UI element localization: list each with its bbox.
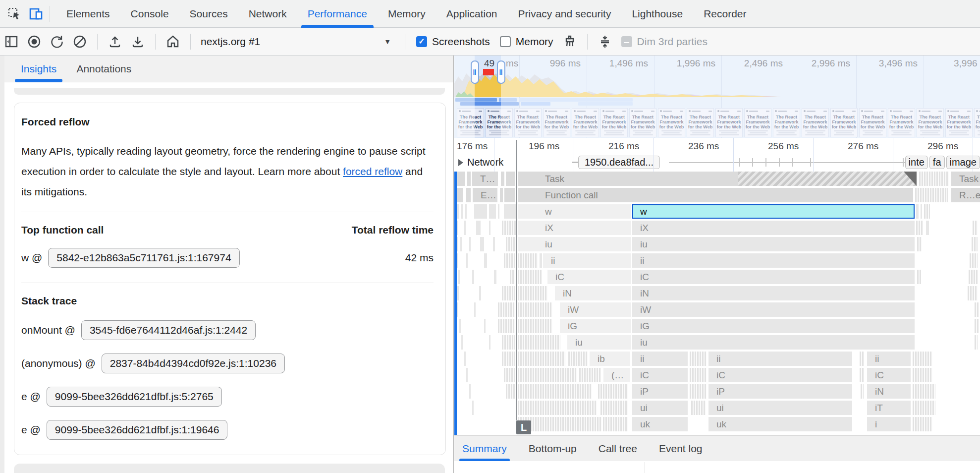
flame-block[interactable] <box>738 172 917 186</box>
flame-block[interactable] <box>457 286 459 300</box>
flame-block[interactable]: Task <box>951 172 980 186</box>
flame-block[interactable] <box>484 253 487 268</box>
tab-memory[interactable]: Memory <box>378 0 436 28</box>
flame-block[interactable] <box>506 237 516 251</box>
flame-block[interactable]: iC <box>867 368 911 382</box>
network-request-chip[interactable]: 1950.dea8fad... <box>578 156 660 169</box>
cache-lifetimes-card[interactable]: Use efficient cache lifetimes <box>14 464 445 473</box>
flame-block[interactable]: i <box>867 417 911 431</box>
flame-block[interactable] <box>502 335 515 350</box>
flame-block[interactable] <box>498 319 515 333</box>
tab-lighthouse[interactable]: Lighthouse <box>621 0 693 28</box>
collapse-panel-icon[interactable] <box>597 33 613 50</box>
flame-block[interactable] <box>484 319 486 333</box>
flame-block[interactable] <box>472 270 474 284</box>
flame-block[interactable] <box>461 204 463 219</box>
flame-block[interactable] <box>518 335 560 350</box>
flame-block[interactable] <box>465 204 467 219</box>
flame-block[interactable] <box>474 302 476 317</box>
flame-block[interactable] <box>690 384 707 399</box>
details-tab-call-tree[interactable]: Call tree <box>599 436 637 462</box>
tab-performance[interactable]: Performance <box>297 0 378 28</box>
memory-checkbox[interactable] <box>500 36 511 47</box>
flame-block[interactable]: ib <box>590 352 630 366</box>
tab-console[interactable]: Console <box>120 0 179 28</box>
flame-block[interactable] <box>474 204 487 219</box>
flame-block[interactable] <box>921 204 922 219</box>
inspect-element-icon[interactable] <box>7 6 22 21</box>
sidebar-tab-insights[interactable]: Insights <box>17 56 60 82</box>
flame-block[interactable] <box>913 368 932 382</box>
tab-sources[interactable]: Sources <box>179 0 238 28</box>
tab-privacy-and-security[interactable]: Privacy and security <box>507 0 621 28</box>
flame-block[interactable] <box>458 270 460 284</box>
flame-block[interactable]: iP <box>708 384 852 399</box>
flame-block[interactable] <box>924 204 930 219</box>
flame-block[interactable] <box>498 302 515 317</box>
flame-block[interactable]: iC <box>632 368 688 382</box>
flame-block[interactable] <box>861 384 864 399</box>
flame-block[interactable] <box>919 172 949 186</box>
network-request-chip[interactable]: fa <box>929 156 945 169</box>
flame-block[interactable] <box>568 352 588 366</box>
flame-block[interactable] <box>518 270 542 284</box>
flame-block[interactable]: iN <box>632 286 915 300</box>
flame-block[interactable]: uk <box>708 417 852 431</box>
source-location-link[interactable]: 9099-5bee326dd621dfbf.js:1:19646 <box>47 420 228 440</box>
selection-handle-left[interactable]: ‖ <box>471 60 479 84</box>
tab-application[interactable]: Application <box>436 0 508 28</box>
details-tab-event-log[interactable]: Event log <box>659 436 703 462</box>
flame-block[interactable] <box>502 286 515 300</box>
flame-block[interactable] <box>469 384 471 399</box>
flame-block[interactable]: ii <box>632 352 688 366</box>
flame-block[interactable] <box>466 368 468 382</box>
previous-insight-card-edge[interactable] <box>14 88 445 95</box>
flame-block[interactable] <box>500 188 503 202</box>
flame-block[interactable]: ii <box>708 352 852 366</box>
home-icon[interactable] <box>164 33 181 50</box>
flame-block[interactable] <box>518 286 547 300</box>
flame-block[interactable]: iu <box>632 335 915 350</box>
flame-block[interactable] <box>598 384 628 399</box>
flame-block[interactable] <box>464 221 466 235</box>
flame-block[interactable]: ii <box>632 253 915 268</box>
upload-profile-icon[interactable] <box>107 33 123 50</box>
flame-block[interactable] <box>466 253 468 268</box>
flame-block[interactable] <box>690 368 707 382</box>
source-location-link[interactable]: 9099-5bee326dd621dfbf.js:5:2765 <box>47 387 222 407</box>
flame-block[interactable]: iC <box>547 270 631 284</box>
selection-handle-right[interactable]: ‖ <box>497 60 505 84</box>
flame-block[interactable] <box>917 237 922 251</box>
flame-block[interactable] <box>460 237 462 251</box>
flame-block[interactable] <box>913 401 935 415</box>
flame-block[interactable] <box>466 188 471 202</box>
flame-block[interactable] <box>579 368 601 382</box>
flame-block[interactable] <box>504 204 516 219</box>
flame-block[interactable]: ii <box>543 253 631 268</box>
flame-block[interactable] <box>469 237 471 251</box>
flame-block[interactable] <box>504 368 515 382</box>
flame-block[interactable]: R…e <box>951 188 980 202</box>
source-location-link[interactable]: 5842-e12b863a5c711761.js:1:167974 <box>48 248 239 268</box>
flame-block[interactable] <box>603 417 628 431</box>
flame-block[interactable] <box>968 286 978 300</box>
flame-block[interactable] <box>472 401 474 415</box>
flame-block[interactable] <box>479 286 481 300</box>
flame-block[interactable]: iu <box>632 237 915 251</box>
flame-block[interactable] <box>502 221 516 235</box>
flame-block[interactable] <box>600 401 628 415</box>
flame-block[interactable] <box>518 352 565 366</box>
clear-record-icon[interactable] <box>71 33 88 50</box>
tab-recorder[interactable]: Recorder <box>693 0 757 28</box>
flame-block[interactable] <box>494 270 496 284</box>
flame-block[interactable]: iN <box>555 286 631 300</box>
flame-block[interactable] <box>913 417 932 431</box>
flame-block[interactable] <box>489 335 490 350</box>
flame-block[interactable]: iX <box>518 221 631 235</box>
device-toolbar-icon[interactable] <box>29 6 44 21</box>
flame-block[interactable] <box>972 237 978 251</box>
flame-block[interactable] <box>493 237 495 251</box>
flame-block[interactable] <box>510 270 515 284</box>
main-thread-flame-chart[interactable]: T…TaskTaskE…Function callR…ewwiXiXiuiuii… <box>454 172 980 435</box>
profile-select[interactable]: nextjs.org #1 ▼ <box>201 36 399 48</box>
